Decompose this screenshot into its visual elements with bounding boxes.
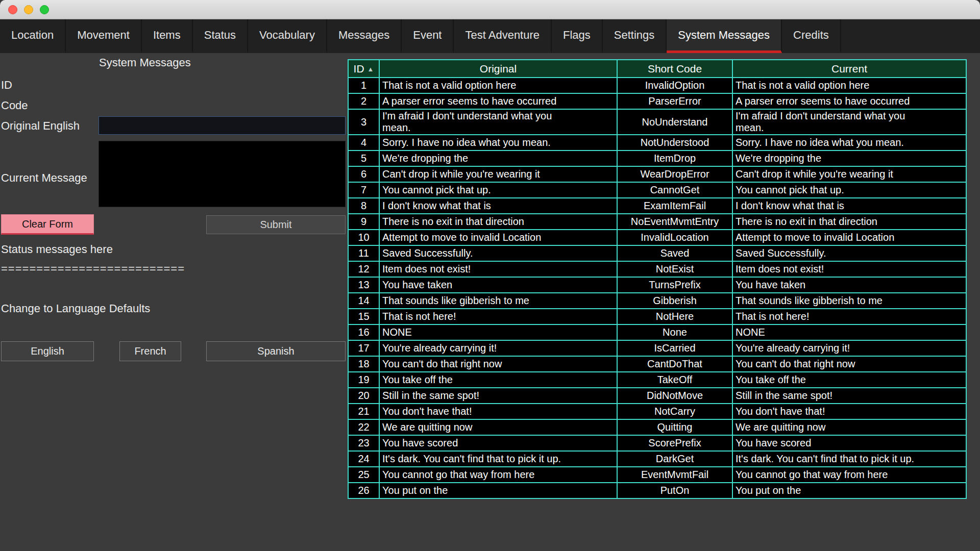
tab-bar: LocationMovementItemsStatusVocabularyMes… <box>0 19 980 53</box>
main-content: System Messages ID Code Original English… <box>0 53 980 551</box>
column-header-original[interactable]: Original <box>379 60 617 78</box>
english-default-button[interactable]: English <box>1 341 94 361</box>
cell-id: 21 <box>348 404 379 419</box>
message-row[interactable]: 10Attempt to move to invalid LocationInv… <box>348 230 966 245</box>
message-row[interactable]: 17You're already carrying it!IsCarriedYo… <box>348 340 966 356</box>
message-row[interactable]: 6Can't drop it while you're wearing itWe… <box>348 166 966 182</box>
cell-original: We are quitting now <box>379 419 617 435</box>
message-row[interactable]: 2A parser error seems to have occurredPa… <box>348 93 966 109</box>
table-header-row: ID▲ Original Short Code Current <box>348 60 966 78</box>
zoom-window-button[interactable] <box>40 5 49 14</box>
spanish-default-button[interactable]: Spanish <box>206 341 346 361</box>
tab-messages[interactable]: Messages <box>327 19 402 53</box>
cell-current: You don't have that! <box>732 404 966 419</box>
sort-ascending-icon: ▲ <box>368 65 374 73</box>
cell-id: 12 <box>348 261 379 277</box>
cell-original: You cannot pick that up. <box>379 182 617 198</box>
cell-original: We're dropping the <box>379 151 617 166</box>
message-row[interactable]: 5We're dropping theItemDropWe're droppin… <box>348 151 966 166</box>
cell-id: 5 <box>348 151 379 166</box>
tab-vocabulary[interactable]: Vocabulary <box>248 19 327 53</box>
cell-id: 11 <box>348 245 379 261</box>
current-message-textarea[interactable] <box>99 141 346 207</box>
message-row[interactable]: 8I don't know what that isExamItemFailI … <box>348 198 966 214</box>
message-row[interactable]: 26You put on thePutOnYou put on the <box>348 483 966 498</box>
message-row[interactable]: 4Sorry. I have no idea what you mean.Not… <box>348 135 966 151</box>
message-row[interactable]: 12Item does not exist!NotExistItem does … <box>348 261 966 277</box>
message-row[interactable]: 14That sounds like gibberish to meGibber… <box>348 293 966 309</box>
column-header-id[interactable]: ID▲ <box>348 60 379 78</box>
close-window-button[interactable] <box>8 5 17 14</box>
cell-original: That is not here! <box>379 309 617 324</box>
titlebar <box>0 0 980 19</box>
cell-short-code: Gibberish <box>617 293 732 309</box>
message-row[interactable]: 23You have scoredScorePrefixYou have sco… <box>348 435 966 451</box>
message-row[interactable]: 3I'm afraid I don't understand what you … <box>348 109 966 135</box>
minimize-window-button[interactable] <box>24 5 33 14</box>
cell-short-code: IsCarried <box>617 340 732 356</box>
message-row[interactable]: 19You take off theTakeOffYou take off th… <box>348 372 966 388</box>
message-row[interactable]: 22We are quitting nowQuittingWe are quit… <box>348 419 966 435</box>
original-english-input[interactable] <box>99 116 346 135</box>
clear-form-button[interactable]: Clear Form <box>1 214 94 235</box>
tab-movement[interactable]: Movement <box>66 19 142 53</box>
cell-current: You can't do that right now <box>732 356 966 372</box>
french-default-button[interactable]: French <box>119 341 181 361</box>
cell-original: A parser error seems to have occurred <box>379 93 617 109</box>
tab-system-messages[interactable]: System Messages <box>667 19 782 53</box>
message-row[interactable]: 13You have takenTurnsPrefixYou have take… <box>348 277 966 293</box>
cell-current: You take off the <box>732 372 966 388</box>
cell-short-code: CannotGet <box>617 182 732 198</box>
cell-short-code: TakeOff <box>617 372 732 388</box>
cell-original: I don't know what that is <box>379 198 617 214</box>
cell-short-code: NotCarry <box>617 404 732 419</box>
cell-id: 15 <box>348 309 379 324</box>
cell-id: 2 <box>348 93 379 109</box>
message-row[interactable]: 1That is not a valid option hereInvalidO… <box>348 78 966 93</box>
tab-flags[interactable]: Flags <box>552 19 603 53</box>
cell-current: That sounds like gibberish to me <box>732 293 966 309</box>
cell-id: 14 <box>348 293 379 309</box>
cell-short-code: NoEventMvmtEntry <box>617 214 732 230</box>
cell-current: You have scored <box>732 435 966 451</box>
id-label: ID <box>1 79 12 92</box>
message-row[interactable]: 25You cannot go that way from hereEventM… <box>348 467 966 483</box>
cell-current: Can't drop it while you're wearing it <box>732 166 966 182</box>
message-row[interactable]: 21You don't have that!NotCarryYou don't … <box>348 404 966 419</box>
submit-button[interactable]: Submit <box>206 215 346 234</box>
message-row[interactable]: 15That is not here!NotHereThat is not he… <box>348 309 966 324</box>
cell-short-code: NoUnderstand <box>617 109 732 135</box>
tab-test-adventure[interactable]: Test Adventure <box>454 19 552 53</box>
message-row[interactable]: 9There is no exit in that directionNoEve… <box>348 214 966 230</box>
tab-items[interactable]: Items <box>142 19 193 53</box>
cell-id: 7 <box>348 182 379 198</box>
tab-settings[interactable]: Settings <box>603 19 667 53</box>
message-row[interactable]: 18You can't do that right nowCantDoThatY… <box>348 356 966 372</box>
tab-credits[interactable]: Credits <box>782 19 841 53</box>
message-row[interactable]: 7You cannot pick that up.CannotGetYou ca… <box>348 182 966 198</box>
tab-event[interactable]: Event <box>402 19 454 53</box>
cell-original: You have scored <box>379 435 617 451</box>
cell-original: You don't have that! <box>379 404 617 419</box>
cell-original: You take off the <box>379 372 617 388</box>
message-row[interactable]: 20Still in the same spot!DidNotMoveStill… <box>348 388 966 404</box>
message-row[interactable]: 11Saved Successfully.SavedSaved Successf… <box>348 245 966 261</box>
tab-location[interactable]: Location <box>0 19 66 53</box>
column-header-current[interactable]: Current <box>732 60 966 78</box>
cell-current: A parser error seems to have occurred <box>732 93 966 109</box>
cell-short-code: NotExist <box>617 261 732 277</box>
cell-short-code: CantDoThat <box>617 356 732 372</box>
cell-short-code: ExamItemFail <box>617 198 732 214</box>
column-header-id-label: ID <box>354 63 364 74</box>
cell-original: Still in the same spot! <box>379 388 617 404</box>
cell-original: That sounds like gibberish to me <box>379 293 617 309</box>
tab-status[interactable]: Status <box>193 19 248 53</box>
cell-short-code: WearDropError <box>617 166 732 182</box>
cell-short-code: DidNotMove <box>617 388 732 404</box>
column-header-short-code[interactable]: Short Code <box>617 60 732 78</box>
cell-original: You have taken <box>379 277 617 293</box>
message-row[interactable]: 16NONENoneNONE <box>348 324 966 340</box>
message-row[interactable]: 24It's dark. You can't find that to pick… <box>348 451 966 467</box>
cell-current: We are quitting now <box>732 419 966 435</box>
messages-table-container: ID▲ Original Short Code Current 1That is… <box>348 59 966 499</box>
